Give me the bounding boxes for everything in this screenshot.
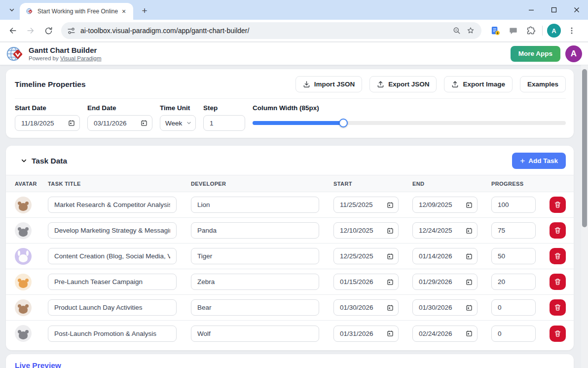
progress-input[interactable] <box>491 326 536 342</box>
reload-button[interactable] <box>40 23 56 39</box>
back-button[interactable] <box>5 23 21 39</box>
column-width-label: Column Width (85px) <box>253 104 566 112</box>
window-maximize-button[interactable] <box>543 0 565 20</box>
column-header-start: START <box>333 181 412 187</box>
developer-input[interactable] <box>191 274 319 290</box>
task-title-input[interactable] <box>48 299 177 316</box>
more-apps-button[interactable]: More Apps <box>511 46 560 62</box>
time-unit-select[interactable]: Week <box>160 115 196 131</box>
task-start-date-input[interactable] <box>333 299 399 316</box>
end-date-input[interactable] <box>87 115 152 131</box>
progress-input[interactable] <box>491 222 536 239</box>
task-end-date-input[interactable] <box>412 197 478 213</box>
task-data-card: Task Data + Add Task AVATAR TASK TITLE D… <box>6 146 574 350</box>
task-title-input[interactable] <box>48 222 177 239</box>
visual-paradigm-link[interactable]: Visual Paradigm <box>60 55 102 61</box>
export-json-button[interactable]: Export JSON <box>369 76 437 92</box>
url-text[interactable]: ai-toolbox.visual-paradigm.com/app/gantt… <box>80 27 450 35</box>
visual-paradigm-logo-icon <box>6 44 25 63</box>
task-data-collapse-toggle[interactable]: Task Data <box>21 157 67 165</box>
task-title-input[interactable] <box>48 197 177 213</box>
delete-task-button[interactable] <box>550 197 566 213</box>
table-row <box>6 295 574 321</box>
task-end-date-input[interactable] <box>412 299 478 316</box>
task-start-date-input[interactable] <box>333 197 399 213</box>
task-start-date-input[interactable] <box>333 248 399 264</box>
examples-button[interactable]: Examples <box>520 76 566 92</box>
developer-input[interactable] <box>191 248 319 264</box>
table-header: AVATAR TASK TITLE DEVELOPER START END PR… <box>6 175 574 192</box>
forward-arrow-icon <box>26 26 36 36</box>
developer-input[interactable] <box>191 222 319 239</box>
delete-task-button[interactable] <box>550 222 566 239</box>
app-title-block: Gantt Chart Builder Powered by Visual Pa… <box>29 46 101 61</box>
browser-titlebar: Start Working with Free Online × + <box>0 0 588 20</box>
table-body <box>6 192 574 346</box>
browser-profile-avatar[interactable]: A <box>547 24 561 38</box>
page-scrollbar[interactable] <box>581 65 588 368</box>
start-date-input[interactable] <box>15 115 80 131</box>
avatar <box>15 222 32 239</box>
timeline-properties-card: Timeline Properties Import JSON Export J… <box>6 69 574 138</box>
extensions-button[interactable] <box>523 23 538 38</box>
slider-thumb[interactable] <box>339 119 348 127</box>
slider-track[interactable] <box>253 121 566 125</box>
delete-task-button[interactable] <box>550 299 566 316</box>
browser-tab[interactable]: Start Working with Free Online × <box>20 3 133 20</box>
page-content: Timeline Properties Import JSON Export J… <box>0 65 581 368</box>
forward-button[interactable] <box>23 23 38 39</box>
export-image-button[interactable]: Export Image <box>444 76 513 92</box>
delete-task-button[interactable] <box>550 326 566 342</box>
bookmark-button[interactable] <box>464 24 478 38</box>
task-title-input[interactable] <box>48 248 177 264</box>
developer-input[interactable] <box>191 197 319 213</box>
add-task-button[interactable]: + Add Task <box>512 153 566 169</box>
zoom-out-icon <box>452 26 461 35</box>
progress-input[interactable] <box>491 197 536 213</box>
plus-icon: + <box>520 157 525 165</box>
table-row <box>6 218 574 244</box>
import-json-button[interactable]: Import JSON <box>295 76 363 92</box>
task-title-input[interactable] <box>48 326 177 342</box>
speech-bubble-icon <box>509 26 518 36</box>
task-end-date-input[interactable] <box>412 274 478 290</box>
task-end-date-input[interactable] <box>412 326 478 342</box>
site-settings-icon[interactable] <box>67 27 75 35</box>
progress-input[interactable] <box>491 248 536 264</box>
task-title-input[interactable] <box>48 274 177 290</box>
zoom-button[interactable] <box>450 24 464 38</box>
developer-input[interactable] <box>191 299 319 316</box>
tab-close-icon[interactable]: × <box>119 7 128 16</box>
step-input[interactable] <box>203 115 245 131</box>
scrollbar-thumb[interactable] <box>582 69 587 227</box>
powered-by-text: Powered by <box>29 55 59 61</box>
add-task-label: Add Task <box>528 157 558 164</box>
visual-paradigm-favicon-icon <box>26 7 34 15</box>
column-width-slider[interactable] <box>253 115 566 131</box>
delete-task-button[interactable] <box>550 274 566 290</box>
delete-task-button[interactable] <box>550 248 566 264</box>
kebab-menu-icon <box>568 27 576 35</box>
task-start-date-input[interactable] <box>333 222 399 239</box>
address-bar[interactable]: ai-toolbox.visual-paradigm.com/app/gantt… <box>61 22 481 39</box>
column-header-task-title: TASK TITLE <box>48 181 191 187</box>
task-end-date-input[interactable] <box>412 222 478 239</box>
animal-face-icon <box>19 229 28 237</box>
reading-list-button[interactable] <box>488 23 503 38</box>
new-tab-button[interactable]: + <box>138 4 151 17</box>
time-unit-value: Week <box>165 120 182 127</box>
progress-input[interactable] <box>491 299 536 316</box>
comment-button[interactable] <box>506 23 520 38</box>
user-avatar[interactable]: A <box>565 45 582 62</box>
window-close-button[interactable] <box>565 0 588 20</box>
window-minimize-button[interactable] <box>520 0 543 20</box>
column-header-progress: PROGRESS <box>491 181 550 187</box>
task-start-date-input[interactable] <box>333 274 399 290</box>
developer-input[interactable] <box>191 326 319 342</box>
task-end-date-input[interactable] <box>412 248 478 264</box>
tab-search-button[interactable] <box>5 4 19 16</box>
browser-menu-button[interactable] <box>564 23 579 38</box>
avatar <box>15 248 32 265</box>
task-start-date-input[interactable] <box>333 326 399 342</box>
progress-input[interactable] <box>491 274 536 290</box>
